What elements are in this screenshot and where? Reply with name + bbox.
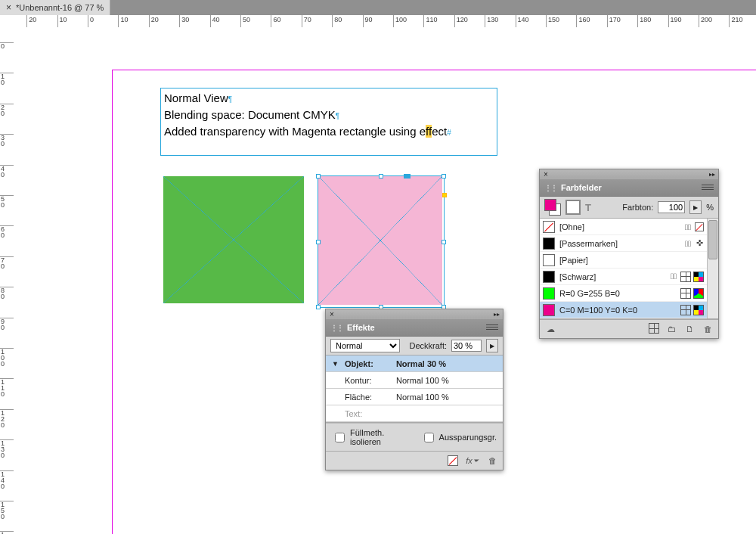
close-icon[interactable]: ×	[542, 170, 550, 179]
tab-title: *Unbenannt-16 @ 77 %	[16, 3, 104, 12]
swatch-none[interactable]: [Ohne] ✎⃠	[540, 219, 707, 235]
process-icon	[680, 305, 691, 315]
scrollbar-thumb[interactable]	[708, 220, 717, 259]
collapse-icon[interactable]: ▸▸	[708, 171, 716, 178]
new-swatch-icon[interactable]: 🗋	[683, 323, 696, 335]
tint-label: Farbton:	[622, 203, 653, 212]
none-swatch-icon	[543, 221, 555, 233]
fx-target-text[interactable]: Text:	[326, 405, 503, 422]
close-icon[interactable]: ×	[6, 2, 11, 13]
ruler-origin[interactable]	[0, 15, 14, 28]
panel-titlebar[interactable]: × ▸▸	[540, 169, 718, 179]
end-of-story-icon: #	[447, 129, 451, 137]
swatch-view-icon[interactable]	[649, 323, 659, 334]
not-editable-icon: ✎⃠	[683, 239, 692, 248]
process-icon	[680, 288, 691, 299]
panel-title: Effekte	[347, 323, 375, 332]
fx-target-stroke[interactable]: Kontur: Normal 100 %	[326, 372, 503, 389]
process-icon	[680, 272, 691, 282]
swatch-magenta[interactable]: C=0 M=100 Y=0 K=0	[540, 302, 707, 318]
grip-icon: ⋮⋮	[544, 184, 556, 192]
green-rectangle[interactable]	[163, 176, 304, 303]
cmyk-icon	[693, 305, 704, 315]
panel-titlebar[interactable]: × ▸▸	[326, 309, 503, 318]
not-editable-icon: ✎⃠	[683, 222, 692, 231]
pilcrow-icon: ¶	[336, 112, 339, 120]
swatch-icon	[543, 287, 555, 300]
registration-icon: ✜	[695, 239, 704, 248]
fx-target-fill[interactable]: Fläche: Normal 100 %	[326, 389, 503, 405]
swatch-icon	[543, 238, 555, 250]
swatch-registration[interactable]: [Passermarken] ✎⃠ ✜	[540, 235, 707, 252]
trash-icon[interactable]: 🗑	[486, 455, 498, 467]
blend-mode-select[interactable]: Normal	[330, 339, 400, 352]
swatch-paper[interactable]: [Papier]	[540, 252, 707, 269]
new-color-group-icon[interactable]: 🗀	[665, 323, 677, 335]
collapse-icon[interactable]: ▸▸	[493, 311, 500, 318]
pilcrow-icon: ¶	[228, 95, 232, 104]
close-icon[interactable]: ×	[328, 310, 336, 318]
document-tabbar: × *Unbenannt-16 @ 77 %	[0, 0, 756, 16]
tint-arrow-button[interactable]: ▶	[689, 200, 702, 214]
panel-title: Farbfelder	[561, 183, 602, 192]
search-highlight: ff	[426, 125, 432, 138]
panel-menu-icon[interactable]	[700, 182, 715, 192]
tint-input[interactable]	[658, 201, 685, 213]
fx-icon[interactable]: fx⏷	[466, 455, 479, 467]
grip-icon: ⋮⋮	[330, 324, 342, 332]
none-icon	[695, 222, 704, 231]
swatches-panel[interactable]: × ▸▸ ⋮⋮ Farbfelder T Farbton: ▶ % [Ohne]…	[539, 169, 719, 339]
swatch-icon	[543, 254, 555, 266]
text-formatting-icon[interactable]: T	[585, 202, 591, 213]
opacity-arrow-button[interactable]: ▶	[486, 339, 498, 352]
effects-panel[interactable]: × ▸▸ ⋮⋮ Effekte Normal Deckkraft: ▶ ▼ Ob…	[325, 309, 503, 470]
panel-header[interactable]: ⋮⋮ Effekte	[326, 318, 503, 337]
cc-libraries-icon[interactable]: ☁	[544, 323, 556, 335]
opacity-input[interactable]	[451, 340, 482, 352]
magenta-rectangle[interactable]	[318, 176, 442, 305]
document-tab[interactable]: × *Unbenannt-16 @ 77 %	[0, 0, 110, 15]
swatch-green[interactable]: R=0 G=255 B=0	[540, 285, 707, 302]
ruler-horizontal[interactable]: 2010010203040506070809010011012013014015…	[14, 15, 756, 28]
rgb-icon	[693, 288, 704, 299]
ruler-vertical[interactable]: 0102030405060708090100110120130140150160	[0, 27, 14, 534]
clear-effects-icon[interactable]	[447, 455, 459, 467]
swatch-icon	[543, 304, 555, 316]
swatch-scrollbar[interactable]	[707, 219, 718, 318]
fx-target-object[interactable]: ▼ Objekt: Normal 30 %	[326, 355, 503, 372]
opacity-label: Deckkraft:	[409, 341, 447, 350]
panel-header[interactable]: ⋮⋮ Farbfelder	[540, 179, 718, 197]
swatch-black[interactable]: [Schwarz] ✎⃠	[540, 269, 707, 285]
cmyk-icon	[693, 272, 704, 282]
fill-stroke-proxy[interactable]	[544, 199, 561, 216]
trash-icon[interactable]: 🗑	[702, 323, 714, 335]
isolate-blending-checkbox[interactable]: Füllmeth. isolieren	[332, 428, 411, 446]
text-frame[interactable]: Normal View¶ Blending space: Document CM…	[160, 88, 497, 156]
swatch-icon	[543, 271, 555, 283]
container-formatting-icon[interactable]	[565, 200, 581, 215]
tint-unit: %	[706, 203, 714, 212]
panel-menu-icon[interactable]	[485, 321, 500, 332]
knockout-group-checkbox[interactable]: Aussparungsgr.	[421, 430, 497, 445]
not-editable-icon: ✎⃠	[669, 272, 678, 281]
